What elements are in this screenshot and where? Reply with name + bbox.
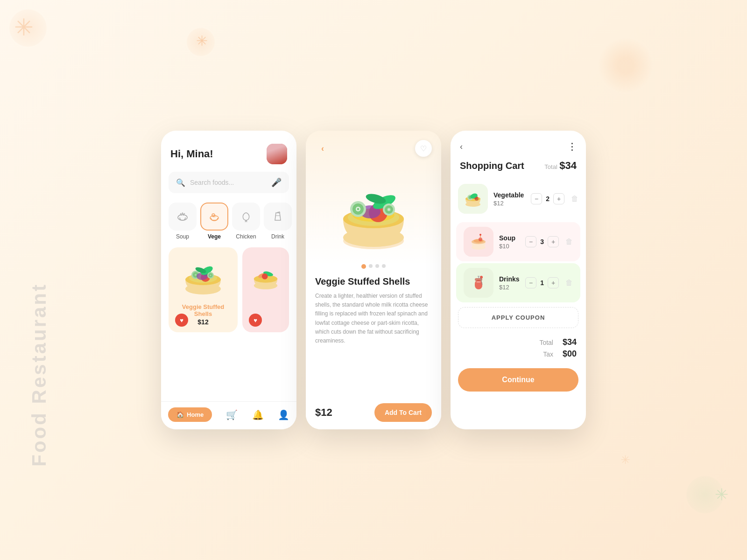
cart-item-vegetable: Vegetable $12 − 2 + 🗑 bbox=[451, 179, 586, 218]
home-header: Hi, Mina! bbox=[161, 131, 296, 172]
soup-icon-box bbox=[169, 203, 197, 231]
favorite-button[interactable]: ♡ bbox=[415, 140, 432, 157]
soup-qty-value: 3 bbox=[540, 238, 544, 245]
add-to-cart-button[interactable]: Add To Cart bbox=[374, 403, 432, 422]
soup-item-info: Soup $10 bbox=[499, 234, 520, 250]
cart-menu-button[interactable]: ⋮ bbox=[567, 141, 577, 152]
detail-topbar: ‹ ♡ bbox=[306, 131, 441, 161]
vegetable-price: $12 bbox=[493, 200, 525, 207]
category-drink[interactable]: Drink bbox=[264, 203, 292, 240]
soup-delete-button[interactable]: 🗑 bbox=[565, 238, 573, 246]
drinks-qty-value: 1 bbox=[540, 279, 544, 287]
vegetable-qty-increase[interactable]: + bbox=[553, 193, 564, 204]
soup-price: $10 bbox=[499, 243, 520, 250]
screen-cart: ‹ ⋮ Shopping Cart Total $34 bbox=[451, 131, 586, 429]
continue-button[interactable]: Continue bbox=[458, 368, 578, 392]
cart-item-drinks: Drinks $12 − 1 + 🗑 bbox=[456, 263, 580, 302]
cart-title: Shopping Cart bbox=[460, 161, 524, 171]
vegetable-item-info: Vegetable $12 bbox=[493, 191, 525, 207]
category-list: Soup Vege bbox=[161, 203, 296, 247]
svg-line-5 bbox=[246, 220, 247, 222]
cart-total-label: Total bbox=[544, 163, 557, 170]
chicken-icon-box bbox=[232, 203, 260, 231]
svg-point-8 bbox=[279, 212, 280, 213]
svg-point-47 bbox=[357, 208, 359, 210]
cart-header: Shopping Cart Total $34 bbox=[451, 160, 586, 179]
coupon-label: APPLY COUPON bbox=[492, 314, 545, 321]
svg-point-16 bbox=[195, 274, 197, 276]
cart-total-value: $34 bbox=[559, 160, 577, 171]
bottom-navigation: 🏠 Home 🛒 🔔 👤 bbox=[161, 401, 296, 429]
cart-item-vegetable-image bbox=[458, 184, 488, 214]
nav-home-button[interactable]: 🏠 Home bbox=[168, 407, 212, 422]
svg-point-58 bbox=[479, 238, 482, 241]
summary-total-value: $34 bbox=[563, 337, 577, 347]
greeting-text: Hi, Mina! bbox=[170, 148, 213, 160]
category-soup[interactable]: Soup bbox=[169, 203, 197, 240]
vege-icon-box bbox=[200, 203, 228, 231]
avatar-image bbox=[267, 144, 287, 164]
soup-label: Soup bbox=[176, 233, 189, 240]
dot-3 bbox=[375, 264, 379, 268]
dot-1 bbox=[361, 264, 366, 269]
food-card-2[interactable]: ♥ bbox=[242, 247, 289, 332]
cart-item-soup: Soup $10 − 3 + 🗑 bbox=[456, 222, 580, 261]
cart-back-button[interactable]: ‹ bbox=[460, 142, 463, 152]
drink-icon-box bbox=[264, 203, 292, 231]
category-chicken[interactable]: Chicken bbox=[232, 203, 260, 240]
drinks-name: Drinks bbox=[499, 275, 520, 283]
vegetable-delete-button[interactable]: 🗑 bbox=[571, 195, 578, 203]
vege-card2-image bbox=[249, 259, 282, 296]
drinks-delete-button[interactable]: 🗑 bbox=[565, 279, 573, 287]
vegetable-name: Vegetable bbox=[493, 191, 525, 199]
svg-point-66 bbox=[476, 281, 481, 283]
soup-qty-increase[interactable]: + bbox=[548, 236, 559, 247]
search-bar[interactable]: 🔍 Search foods... 🎤 bbox=[169, 172, 289, 193]
snowflake-bottom-right2: ✳ bbox=[620, 453, 630, 467]
vege-icon bbox=[208, 210, 221, 223]
nav-cart-icon[interactable]: 🛒 bbox=[226, 409, 238, 420]
vegetable-qty-control: − 2 + 🗑 bbox=[531, 193, 578, 204]
home-nav-icon: 🏠 bbox=[176, 411, 184, 418]
vege-label: Vege bbox=[208, 233, 221, 240]
nav-notification-icon[interactable]: 🔔 bbox=[252, 409, 264, 420]
nav-profile-icon[interactable]: 👤 bbox=[278, 409, 289, 420]
category-vege[interactable]: Vege bbox=[200, 203, 228, 240]
soup-qty-control: − 3 + 🗑 bbox=[525, 236, 573, 247]
soup-cart-icon bbox=[468, 231, 489, 252]
search-icon: 🔍 bbox=[176, 178, 185, 187]
user-avatar[interactable] bbox=[267, 144, 287, 164]
microphone-icon[interactable]: 🎤 bbox=[271, 177, 282, 188]
chicken-icon bbox=[240, 210, 253, 223]
tax-value: $00 bbox=[563, 349, 577, 359]
drinks-qty-increase[interactable]: + bbox=[548, 277, 559, 288]
dot-2 bbox=[369, 264, 373, 268]
drinks-qty-decrease[interactable]: − bbox=[525, 277, 536, 288]
app-vertical-title: Food Restaurant bbox=[28, 283, 50, 467]
favorite-btn-2[interactable]: ♥ bbox=[249, 314, 262, 327]
svg-point-45 bbox=[388, 209, 390, 210]
total-row: Total $34 bbox=[539, 337, 577, 347]
food-card-1[interactable]: Veggie Stuffed Shells $12 ♥ bbox=[169, 247, 238, 332]
summary-total-label: Total bbox=[539, 339, 553, 346]
svg-point-27 bbox=[262, 273, 268, 280]
drinks-cart-icon bbox=[468, 273, 489, 293]
favorite-btn-1[interactable]: ♥ bbox=[175, 314, 188, 327]
drinks-qty-control: − 1 + 🗑 bbox=[525, 277, 573, 288]
soup-qty-decrease[interactable]: − bbox=[525, 236, 536, 247]
screen-home: Hi, Mina! 🔍 Search foods... 🎤 bbox=[161, 131, 296, 429]
tax-row: Tax $00 bbox=[543, 349, 577, 359]
back-button[interactable]: ‹ bbox=[315, 141, 330, 156]
image-dots bbox=[306, 264, 441, 269]
vegetable-qty-decrease[interactable]: − bbox=[531, 193, 542, 204]
snowflake-top-center: ✳ bbox=[196, 33, 208, 49]
drink-label: Drink bbox=[271, 233, 284, 240]
tax-label: Tax bbox=[543, 350, 553, 358]
detail-bowl-svg bbox=[329, 168, 418, 257]
soup-icon bbox=[176, 210, 189, 223]
detail-food-image bbox=[306, 161, 441, 264]
coupon-apply-box[interactable]: APPLY COUPON bbox=[458, 307, 578, 328]
soup-name: Soup bbox=[499, 234, 520, 242]
home-nav-label: Home bbox=[187, 411, 204, 418]
vegetable-qty-value: 2 bbox=[546, 195, 550, 203]
